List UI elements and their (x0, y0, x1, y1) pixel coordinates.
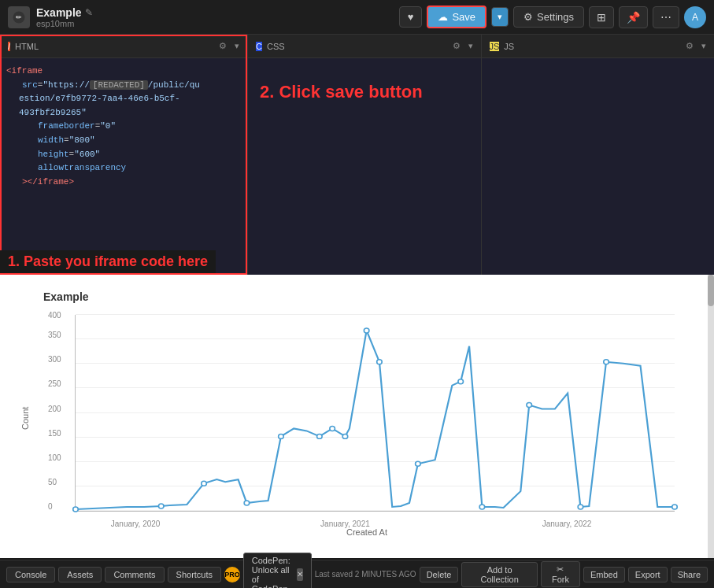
edit-icon[interactable]: ✎ (85, 7, 93, 18)
instruction-1: 1. Paste you iframe code here (0, 250, 216, 273)
share-button[interactable]: Share (671, 567, 708, 582)
nav-left: ✏ Example ✎ esp10mm (8, 6, 93, 28)
app-subtitle: esp10mm (36, 19, 93, 28)
html-editor-panel: / HTML ⚙ ▾ <iframe src="https://[REDACTE… (0, 35, 248, 275)
chart-axes: 0 50 100 150 200 250 300 350 400 (75, 315, 675, 512)
svg-point-9 (342, 434, 348, 438)
svg-point-10 (364, 328, 369, 333)
app-logo: ✏ (8, 6, 30, 28)
svg-point-6 (279, 434, 284, 438)
chart-title: Example (43, 290, 698, 303)
grid-button[interactable]: ⊞ (589, 6, 614, 28)
html-icon: / (8, 42, 10, 51)
html-settings-icon[interactable]: ⚙ (219, 41, 227, 51)
add-collection-button[interactable]: Add to Collection (461, 562, 537, 587)
js-editor-panel: JS JS ⚙ ▾ (482, 35, 715, 275)
svg-point-13 (458, 379, 464, 384)
preview-area: Example Count 0 50 100 150 200 250 300 (0, 275, 714, 558)
js-icon: JS (490, 42, 500, 51)
svg-text:✏: ✏ (16, 13, 22, 21)
pin-button[interactable]: 📌 (619, 6, 648, 28)
y-tick-100: 100 (48, 453, 61, 462)
svg-point-15 (527, 403, 532, 408)
svg-point-3 (158, 504, 164, 508)
css-tab-label: CSS (267, 42, 285, 51)
html-code-content[interactable]: <iframe src="https://[REDACTED]/public/q… (0, 58, 247, 275)
js-settings-icon[interactable]: ⚙ (686, 41, 694, 51)
save-cloud-icon: ☁ (438, 11, 448, 23)
y-tick-50: 50 (48, 478, 57, 486)
x-axis-label: Created At (346, 527, 387, 537)
svg-point-18 (672, 505, 678, 509)
svg-point-8 (330, 426, 335, 431)
y-tick-150: 150 (48, 429, 61, 438)
console-button[interactable]: Console (6, 567, 55, 582)
css-panel-header: C CSS ⚙ ▾ (248, 35, 481, 58)
y-tick-250: 250 (48, 379, 61, 388)
bottom-bar: Console Assets Comments Shortcuts PRO Co… (0, 560, 714, 588)
top-navigation: ✏ Example ✎ esp10mm ♥ ☁ Save ▾ ⚙ Setting… (0, 0, 714, 35)
css-collapse-icon[interactable]: ▾ (468, 41, 473, 51)
chart-container: Example Count 0 50 100 150 200 250 300 (0, 275, 714, 558)
y-axis-label: Count (20, 407, 30, 430)
svg-point-4 (202, 481, 207, 486)
html-panel-header: / HTML ⚙ ▾ (0, 35, 247, 58)
svg-point-5 (244, 501, 250, 505)
save-dropdown-button[interactable]: ▾ (491, 7, 509, 27)
x-label-2022: January, 2022 (542, 520, 592, 528)
app-info: Example ✎ esp10mm (36, 6, 93, 28)
chart-area-wrapper: Count 0 50 100 150 200 250 300 350 (51, 315, 683, 535)
instruction-2: 2. Click save button (260, 82, 423, 102)
fork-button[interactable]: ✂ Fork (541, 561, 580, 587)
delete-button[interactable]: Delete (420, 567, 459, 582)
y-tick-300: 300 (48, 355, 61, 364)
css-icon: C (256, 42, 262, 51)
y-tick-0: 0 (48, 502, 53, 511)
bottom-right-buttons: Last saved 2 MINUTES AGO Delete Add to C… (315, 561, 708, 587)
css-editor-panel: C CSS ⚙ ▾ (248, 35, 482, 275)
js-code-content[interactable] (482, 58, 715, 275)
shortcuts-button[interactable]: Shortcuts (168, 567, 221, 582)
settings-button[interactable]: ⚙ Settings (513, 6, 584, 28)
html-collapse-icon[interactable]: ▾ (235, 41, 239, 51)
x-label-2020: January, 2020 (111, 520, 161, 528)
avatar[interactable]: A (684, 6, 706, 28)
assets-button[interactable]: Assets (58, 567, 102, 582)
gear-icon: ⚙ (523, 11, 533, 23)
codepen-promo-banner: CodePen: Unlock all of CodePen ✕ (243, 553, 312, 589)
editor-area: 2. Click save button / HTML ⚙ ▾ <iframe … (0, 35, 714, 275)
svg-point-16 (578, 505, 583, 509)
promo-close-button[interactable]: ✕ (297, 568, 303, 581)
comments-button[interactable]: Comments (105, 567, 164, 582)
html-tab-label: HTML (15, 42, 39, 51)
css-settings-icon[interactable]: ⚙ (453, 41, 461, 51)
svg-point-17 (604, 360, 609, 364)
svg-point-11 (377, 360, 383, 364)
svg-point-14 (479, 505, 485, 509)
app-title: Example (36, 6, 82, 19)
last-saved-text: Last saved 2 MINUTES AGO (315, 570, 416, 579)
js-collapse-icon[interactable]: ▾ (701, 41, 706, 51)
embed-button[interactable]: Embed (583, 567, 625, 582)
more-button[interactable]: ⋯ (653, 6, 679, 28)
export-button[interactable]: Export (628, 567, 668, 582)
chart-svg (76, 315, 675, 511)
svg-point-2 (73, 507, 79, 512)
y-tick-200: 200 (48, 405, 61, 413)
save-button[interactable]: ☁ Save (427, 6, 486, 28)
heart-button[interactable]: ♥ (399, 6, 423, 28)
svg-point-12 (416, 461, 421, 466)
pro-badge: PRO (224, 567, 240, 582)
svg-point-7 (317, 434, 323, 438)
js-panel-header: JS JS ⚙ ▾ (482, 35, 715, 58)
y-tick-400: 400 (48, 311, 61, 320)
js-tab-label: JS (504, 42, 514, 51)
nav-right: ♥ ☁ Save ▾ ⚙ Settings ⊞ 📌 ⋯ A (399, 6, 706, 28)
y-tick-350: 350 (48, 331, 61, 339)
